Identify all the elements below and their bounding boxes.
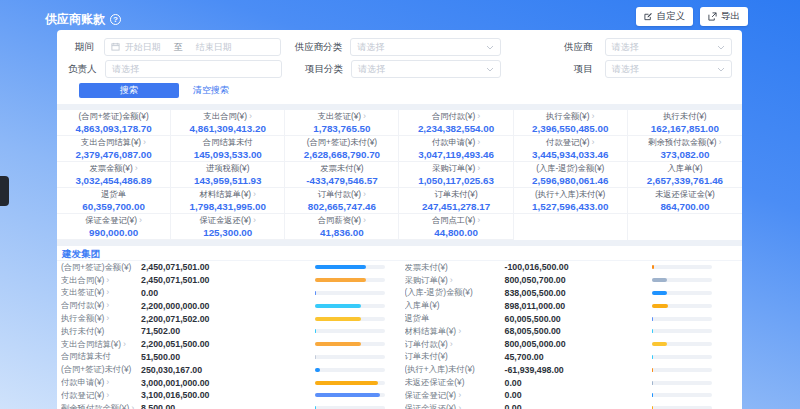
company-metric-label: (执行+入库)未付(¥) [405, 364, 505, 375]
company-metric-label: 合同结算未付 [61, 351, 141, 362]
metric-value: 3,047,119,493.46 [418, 149, 494, 160]
metric-bar [652, 329, 712, 333]
chevron-right-icon: › [253, 216, 256, 225]
project-category-select[interactable]: 请选择 [351, 60, 501, 78]
company-metric-value: 71,502.00 [141, 326, 315, 336]
metric-label: 保证金返还(¥)› [199, 215, 256, 226]
supplier-category-select[interactable]: 请选择 [350, 38, 500, 56]
metric-card: (合同+签证)金额(¥)4,863,093,178.70 [57, 110, 171, 136]
metric-card[interactable]: 发票金额(¥)›3,032,454,486.89 [57, 162, 171, 188]
metric-value: 3,032,454,486.89 [75, 175, 151, 186]
metric-card[interactable]: 合同薪资(¥)›41,836.00 [285, 214, 399, 240]
chevron-right-icon: › [477, 216, 480, 225]
export-button[interactable]: 导出 [700, 7, 748, 26]
metric-label: (执行+入库)未付(¥) [535, 189, 605, 200]
company-metric-label[interactable]: 支出合同结算(¥)› [61, 339, 141, 350]
metric-label: 入库单(¥) [667, 163, 702, 174]
company-metric-label[interactable]: 采购订单(¥)› [405, 275, 505, 286]
chevron-right-icon: › [106, 314, 109, 323]
metric-card[interactable]: 材料结算单(¥)›1,798,431,995.00 [171, 188, 285, 214]
owner-select[interactable]: 请选择 [105, 60, 282, 78]
metric-card[interactable]: 剩余预付款金额(¥)›373,082.00 [628, 136, 742, 162]
metric-card[interactable]: 保证金登记(¥)›990,000.00 [57, 214, 171, 240]
metric-card[interactable]: 采购订单(¥)›1,050,117,025.63 [399, 162, 513, 188]
company-metric-row: (合同+签证)未付(¥)250,030,167.00 [61, 363, 385, 376]
company-metric-label[interactable]: 执行金额(¥)› [61, 313, 141, 324]
metric-value: -433,479,546.57 [306, 175, 377, 186]
company-metric-label[interactable]: 付款申请(¥)› [61, 377, 141, 388]
date-range-input[interactable]: 开始日期 至 结束日期 [104, 38, 281, 56]
company-metric-label[interactable]: 保证金登记(¥)› [405, 390, 505, 401]
metric-value: 864,700.00 [660, 201, 709, 212]
chevron-right-icon: › [591, 138, 594, 147]
metric-card: (入库-退货)金额(¥)2,596,980,061.46 [514, 162, 628, 188]
metric-value: 44,800.00 [434, 227, 478, 238]
company-metric-row: 合同结算未付51,500.00 [61, 351, 385, 364]
metric-card[interactable]: 付款登记(¥)›3,445,934,033.46 [514, 136, 628, 162]
company-metric-row: 合同付款(¥)›2,200,000,000.00 [61, 299, 385, 312]
company-metric-value: 0.00 [505, 403, 653, 409]
company-name[interactable]: 建发集团 [62, 248, 100, 261]
metric-value: 2,234,382,554.00 [418, 123, 494, 134]
metric-value: 2,628,668,790.70 [304, 149, 380, 160]
export-icon [708, 12, 717, 21]
company-metric-label: (入库-退货)金额(¥) [405, 287, 505, 298]
help-icon[interactable]: ? [110, 14, 121, 25]
company-metric-label[interactable]: 保证金返还(¥)› [405, 403, 505, 409]
company-metric-label: (合同+签证)未付(¥) [61, 364, 141, 375]
company-metric-row: 订单未付(¥)45,700.00 [405, 351, 713, 364]
company-metric-value: 60,005,500.00 [505, 314, 653, 324]
metric-label: 订单付款(¥)› [318, 189, 366, 200]
chevron-right-icon: › [591, 112, 594, 121]
metric-card[interactable]: 执行金额(¥)›2,396,550,485.00 [514, 110, 628, 136]
chevron-down-icon [486, 42, 494, 52]
company-metric-label[interactable]: 材料结算单(¥)› [405, 326, 505, 337]
company-metric-value: 0.00 [141, 288, 315, 298]
metric-card[interactable]: 付款申请(¥)›3,047,119,493.46 [399, 136, 513, 162]
company-metric-row: 支出合同结算(¥)›2,200,051,500.00 [61, 338, 385, 351]
company-metric-row: 退货单60,005,500.00 [405, 312, 713, 325]
metric-label: 支出合同结算(¥)› [81, 137, 146, 148]
drawer-handle[interactable] [0, 176, 9, 206]
metric-card[interactable]: 订单付款(¥)›802,665,747.46 [285, 188, 399, 214]
edit-icon [644, 12, 653, 21]
metric-card[interactable]: 支出合同(¥)›4,861,309,413.20 [171, 110, 285, 136]
company-metric-row: 付款登记(¥)›3,100,016,500.00 [61, 389, 385, 402]
company-metric-label[interactable]: 支出签证(¥)› [61, 287, 141, 298]
company-metric-label[interactable]: 订单付款(¥)› [405, 339, 505, 350]
company-metric-label[interactable]: 支出合同(¥)› [61, 275, 141, 286]
metric-bar [652, 342, 712, 346]
metric-card[interactable]: 合同点工(¥)›44,800.00 [399, 214, 513, 240]
supplier-select[interactable]: 请选择 [605, 38, 733, 56]
customize-label: 自定义 [657, 10, 686, 23]
metric-bar [652, 355, 712, 359]
company-metric-label: 未返还保证金(¥) [405, 377, 505, 388]
metric-bar [315, 355, 385, 359]
company-metric-value: 3,100,016,500.00 [141, 390, 315, 400]
company-metric-value: 838,005,500.00 [505, 288, 653, 298]
company-metric-label[interactable]: 付款登记(¥)› [61, 390, 141, 401]
company-metric-value: 800,050,700.00 [505, 275, 653, 285]
company-metric-row: 保证金返还(¥)›0.00 [405, 402, 713, 409]
company-metric-row: 执行未付(¥)71,502.00 [61, 325, 385, 338]
company-metric-value: 2,450,071,501.00 [141, 275, 315, 285]
project-select[interactable]: 请选择 [605, 60, 732, 78]
export-label: 导出 [721, 10, 740, 23]
company-metric-label[interactable]: 剩余预付款金额(¥)› [61, 403, 141, 409]
metric-card[interactable]: 保证金返还(¥)›125,300.00 [171, 214, 285, 240]
chevron-right-icon: › [139, 216, 142, 225]
customize-button[interactable]: 自定义 [636, 7, 694, 26]
clear-search-link[interactable]: 清空搜索 [193, 84, 229, 97]
metric-card[interactable]: 支出签证(¥)›1,783,765.50 [285, 110, 399, 136]
chevron-right-icon: › [458, 327, 461, 336]
chevron-down-icon [717, 42, 725, 52]
company-left-column: (合同+签证)金额(¥)2,450,071,501.00支出合同(¥)›2,45… [57, 261, 400, 409]
company-metric-value: 0.00 [505, 390, 653, 400]
metric-card[interactable]: 合同付款(¥)›2,234,382,554.00 [399, 110, 513, 136]
chevron-right-icon: › [131, 404, 134, 409]
company-metric-label[interactable]: 合同付款(¥)› [61, 300, 141, 311]
company-section: 建发集团 (合同+签证)金额(¥)2,450,071,501.00支出合同(¥)… [57, 246, 742, 409]
metric-card[interactable]: 支出合同结算(¥)›2,379,476,087.00 [57, 136, 171, 162]
company-metric-value: 8,500.00 [141, 403, 315, 409]
search-button[interactable]: 搜索 [79, 83, 179, 98]
